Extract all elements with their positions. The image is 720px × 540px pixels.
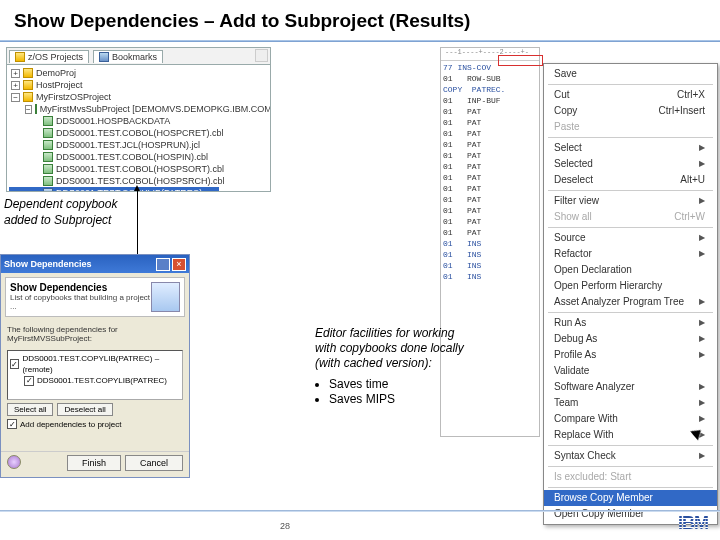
tree-label: DDS0001.TEST.COBOL(HOSPCRET).cbl	[56, 127, 224, 139]
dialog-header: Show Dependencies List of copybooks that…	[5, 277, 185, 317]
tree-node-hostproject[interactable]: +HostProject	[9, 79, 270, 91]
expand-icon[interactable]: +	[11, 69, 20, 78]
slide-title: Show Dependencies – Add to Subproject (R…	[14, 10, 470, 32]
tree-label: DemoProj	[36, 67, 76, 79]
tree-node-file[interactable]: DDS0001.TEST.JCL(HOSPRUN).jcl	[9, 139, 270, 151]
checkbox-icon[interactable]: ✓	[7, 419, 17, 429]
tree-node-myfirst[interactable]: −MyFirstzOSProject	[9, 91, 270, 103]
folder-icon	[23, 68, 33, 78]
menu-label: Is excluded: Start	[554, 470, 631, 484]
menu-source[interactable]: Source▶	[544, 230, 717, 246]
menu-refactor[interactable]: Refactor▶	[544, 246, 717, 262]
title-divider	[0, 40, 720, 42]
add-label: Add dependencies to project	[20, 420, 121, 429]
menu-openperform[interactable]: Open Perform Hierarchy	[544, 278, 717, 294]
select-all-button[interactable]: Select all	[7, 403, 53, 416]
menu-label: Validate	[554, 364, 589, 378]
bookmark-icon	[99, 52, 109, 62]
menu-copy[interactable]: CopyCtrl+Insert	[544, 103, 717, 119]
menu-deselect[interactable]: DeselectAlt+U	[544, 172, 717, 188]
menu-cut[interactable]: CutCtrl+X	[544, 87, 717, 103]
menu-filterview[interactable]: Filter view▶	[544, 193, 717, 209]
menu-debugas[interactable]: Debug As▶	[544, 331, 717, 347]
menu-label: Filter view	[554, 194, 599, 208]
submenu-arrow-icon: ▶	[699, 157, 705, 171]
project-icon	[15, 52, 25, 62]
dependency-list[interactable]: ✓DDS0001.TEST.COPYLIB(PATREC) – (remote)…	[7, 350, 183, 400]
tree-label: MyFirstMvsSubProject [DEMOMVS.DEMOPKG.IB…	[40, 103, 271, 115]
collapse-icon[interactable]: −	[25, 105, 32, 114]
menu-select[interactable]: Select▶	[544, 140, 717, 156]
menu-label: Debug As	[554, 332, 597, 346]
tree-node-file[interactable]: DDS0001.TEST.COBOL(HOSPIN).cbl	[9, 151, 270, 163]
tree-node-file[interactable]: DDS0001.TEST.COBOL(HOSPSORT).cbl	[9, 163, 270, 175]
tree-node-demoproj[interactable]: +DemoProj	[9, 67, 270, 79]
footer-divider	[0, 510, 720, 512]
submenu-arrow-icon: ▶	[699, 141, 705, 155]
minimize-button[interactable]	[156, 258, 170, 271]
editor-line: 01 PAT	[443, 161, 537, 172]
editor-line: 01 PAT	[443, 183, 537, 194]
checkbox-icon[interactable]: ✓	[24, 376, 34, 386]
submenu-arrow-icon: ▶	[699, 194, 705, 208]
submenu-arrow-icon: ▶	[699, 316, 705, 330]
copybook-icon	[43, 188, 53, 192]
menu-browse-copy[interactable]: Browse Copy Member	[544, 490, 717, 506]
menu-shortcut: Ctrl+W	[674, 210, 705, 224]
editor-line: 01 INS	[443, 249, 537, 260]
menu-assetanalyzer[interactable]: Asset Analyzer Program Tree▶	[544, 294, 717, 310]
menu-separator	[548, 84, 713, 85]
editor-line: 01 PAT	[443, 117, 537, 128]
tree-node-subproject[interactable]: −MyFirstMvsSubProject [DEMOMVS.DEMOPKG.I…	[9, 103, 270, 115]
deselect-all-button[interactable]: Deselect all	[57, 403, 112, 416]
tab-bookmarks[interactable]: Bookmarks	[93, 50, 163, 63]
list-item[interactable]: ✓DDS0001.TEST.COPYLIB(PATREC) – (remote)	[10, 353, 180, 375]
tab-zos-projects[interactable]: z/OS Projects	[9, 50, 89, 63]
cobol-file-icon	[43, 164, 53, 174]
dialog-heading: Show Dependencies	[10, 282, 151, 293]
list-item[interactable]: ✓DDS0001.TEST.COPYLIB(PATREC)	[10, 375, 180, 386]
menu-softanalyzer[interactable]: Software Analyzer▶	[544, 379, 717, 395]
menu-selected[interactable]: Selected▶	[544, 156, 717, 172]
annotation-bullet: Saves MIPS	[329, 392, 505, 407]
tree-label: MyFirstzOSProject	[36, 91, 111, 103]
dialog-subheading: List of copybooks that building a projec…	[10, 293, 151, 311]
menu-team[interactable]: Team▶	[544, 395, 717, 411]
help-icon[interactable]	[7, 455, 21, 469]
checkbox-icon[interactable]: ✓	[10, 359, 19, 369]
folder-icon	[23, 80, 33, 90]
menu-runas[interactable]: Run As▶	[544, 315, 717, 331]
menu-syntax[interactable]: Syntax Check▶	[544, 448, 717, 464]
menu-validate[interactable]: Validate	[544, 363, 717, 379]
dialog-title: Show Dependencies	[4, 259, 92, 269]
tree-node-file[interactable]: DDS0001.TEST.COBOL(HOSPCRET).cbl	[9, 127, 270, 139]
menu-label: Compare With	[554, 412, 618, 426]
dialog-titlebar[interactable]: Show Dependencies ×	[1, 255, 189, 273]
submenu-arrow-icon: ▶	[699, 332, 705, 346]
menu-label: Source	[554, 231, 586, 245]
tree-body[interactable]: +DemoProj +HostProject −MyFirstzOSProjec…	[7, 65, 270, 192]
tree-node-file[interactable]: DDS0001.HOSPBACKDATA	[9, 115, 270, 127]
menu-profileas[interactable]: Profile As▶	[544, 347, 717, 363]
subproject-icon	[35, 104, 37, 114]
dataset-icon	[43, 116, 53, 126]
menu-label: Open Perform Hierarchy	[554, 279, 662, 293]
add-to-project-row[interactable]: ✓ Add dependencies to project	[7, 419, 183, 429]
cancel-button[interactable]: Cancel	[125, 455, 183, 471]
view-menu-handle[interactable]	[255, 49, 268, 62]
collapse-icon[interactable]: −	[11, 93, 20, 102]
editor-line: 01 PAT	[443, 106, 537, 117]
submenu-arrow-icon: ▶	[699, 231, 705, 245]
editor-line: 01 PAT	[443, 205, 537, 216]
finish-button[interactable]: Finish	[67, 455, 121, 471]
menu-compare[interactable]: Compare With▶	[544, 411, 717, 427]
menu-opendecl[interactable]: Open Declaration	[544, 262, 717, 278]
close-button[interactable]: ×	[172, 258, 186, 271]
menu-label: Open Declaration	[554, 263, 632, 277]
tree-node-copybook-selected[interactable]: DDS0001.TEST.COPYLIB(PATREC).cpy	[9, 187, 219, 192]
editor-line: 01 INS	[443, 260, 537, 271]
annotation-dependent-copybook: Dependent copybook added to Subproject	[4, 196, 139, 228]
expand-icon[interactable]: +	[11, 81, 20, 90]
menu-save[interactable]: Save	[544, 66, 717, 82]
menu-shortcut: Ctrl+X	[677, 88, 705, 102]
